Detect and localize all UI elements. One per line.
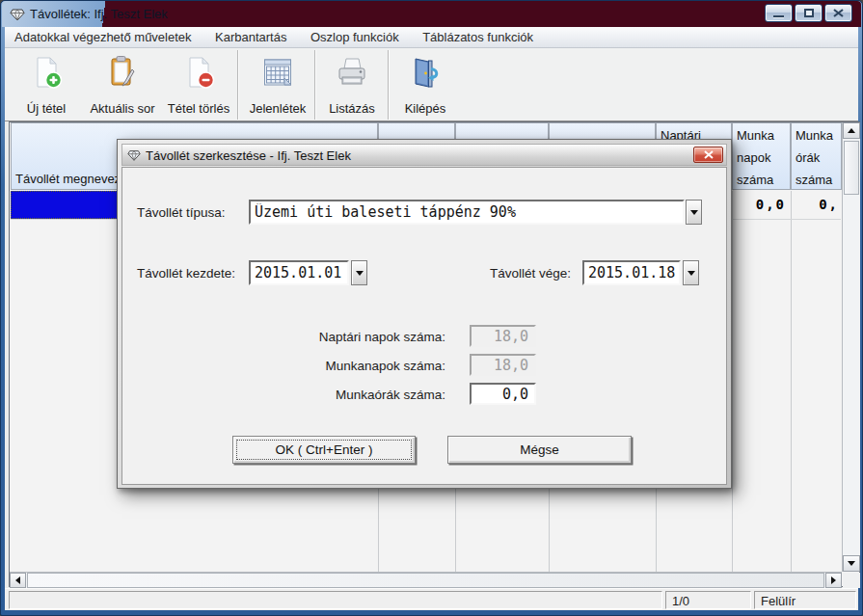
work-days-label: Munkanapok száma: <box>248 359 445 373</box>
status-message-panel <box>9 591 662 609</box>
maximize-icon <box>804 9 814 17</box>
toolbar-button-label: Kilépés <box>405 101 446 116</box>
absence-type-label: Távollét típusa: <box>137 205 226 220</box>
arrow-down-icon <box>848 561 855 566</box>
header-line: órák <box>792 146 841 168</box>
printer-icon <box>335 55 369 90</box>
menu-bar: Adatokkal végezhető műveletek Karbantart… <box>5 27 858 48</box>
close-icon <box>833 9 844 17</box>
cell-work-days[interactable]: 0,0 <box>732 191 786 219</box>
exit-button[interactable]: Kilépés <box>393 52 457 118</box>
close-button[interactable] <box>824 4 852 22</box>
maximize-button[interactable] <box>795 4 823 22</box>
window-titlebar: Távollétek: Ifj. Teszt Elek <box>2 1 861 27</box>
toolbar: Új tétel Aktuális sor Tétel törl <box>5 48 858 121</box>
close-icon <box>704 150 714 159</box>
horizontal-scrollbar[interactable] <box>10 572 842 588</box>
attendance-button[interactable]: Jelenlétek <box>243 52 312 118</box>
menu-item-column-functions[interactable]: Oszlop funkciók <box>301 27 409 48</box>
horizontal-scroll-thumb[interactable] <box>27 573 824 588</box>
exit-door-icon <box>408 55 443 90</box>
application-window: Távollétek: Ifj. Teszt Elek Adatokkal vé… <box>0 0 863 616</box>
new-item-button[interactable]: Új tétel <box>14 52 78 118</box>
chevron-down-icon <box>688 271 695 276</box>
header-line: Munka <box>792 123 841 146</box>
menu-item-data-operations[interactable]: Adatokkal végezhető műveletek <box>5 27 202 48</box>
minimize-icon <box>773 15 784 18</box>
edit-absence-dialog: Távollét szerkesztése - Ifj. Teszt Elek … <box>117 139 732 489</box>
diamond-gem-icon <box>127 148 141 162</box>
absence-end-label: Távollét vége: <box>490 266 571 281</box>
ok-button-label: OK ( Ctrl+Enter ) <box>276 442 373 457</box>
absence-start-label: Távollét kezdete: <box>137 266 235 281</box>
toolbar-separator <box>388 50 389 120</box>
absence-start-dropdown-button[interactable] <box>351 260 367 285</box>
calendar-days-field <box>470 325 536 347</box>
diamond-gem-icon <box>10 7 25 22</box>
absence-end-combo <box>582 260 698 285</box>
cancel-button-label: Mégse <box>520 442 559 457</box>
minimize-button[interactable] <box>765 4 793 22</box>
window-controls <box>765 4 852 22</box>
header-line: száma <box>792 168 841 190</box>
delete-item-button[interactable]: Tétel törlés <box>163 52 234 118</box>
vertical-scrollbar[interactable] <box>842 122 860 572</box>
header-line: Munka <box>733 123 790 146</box>
column-header-work-hours[interactable]: Munka órák száma <box>791 122 842 190</box>
toolbar-button-label: Új tétel <box>27 101 66 116</box>
header-line: száma <box>733 168 790 190</box>
absence-end-input[interactable] <box>582 260 681 285</box>
arrow-left-icon <box>15 576 20 584</box>
work-days-field <box>470 354 536 376</box>
absence-end-dropdown-button[interactable] <box>683 260 699 285</box>
scroll-left-button[interactable] <box>10 573 26 588</box>
calendar-icon <box>260 55 295 90</box>
page-plus-icon <box>29 55 64 90</box>
window-title: Távollétek: Ifj. Teszt Elek <box>30 7 168 21</box>
print-list-button[interactable]: Listázás <box>320 52 384 118</box>
current-row-button[interactable]: Aktuális sor <box>84 52 161 118</box>
toolbar-separator <box>314 50 315 120</box>
menu-item-table-functions[interactable]: Táblázatos funkciók <box>413 27 543 48</box>
toolbar-button-label: Tétel törlés <box>168 101 229 116</box>
absence-type-dropdown-button[interactable] <box>686 200 702 225</box>
header-line: napok <box>733 146 790 168</box>
absence-start-combo <box>249 260 366 285</box>
toolbar-button-label: Jelenlétek <box>250 101 307 116</box>
vertical-scroll-thumb[interactable] <box>844 141 859 195</box>
dialog-titlebar: Távollét szerkesztése - Ifj. Teszt Elek <box>121 144 727 166</box>
toolbar-separator <box>237 50 238 120</box>
scroll-right-button[interactable] <box>825 573 842 588</box>
absence-start-input[interactable] <box>249 260 349 285</box>
absence-type-combo <box>249 200 685 225</box>
dialog-body: Távollét típusa: Távollét kezdete: Távol… <box>121 167 727 485</box>
calendar-days-label: Naptári napok száma: <box>248 330 445 344</box>
work-hours-field[interactable] <box>470 383 536 405</box>
chevron-down-icon <box>690 210 698 215</box>
work-hours-label: Munkaórák száma: <box>248 388 445 402</box>
dialog-title: Távollét szerkesztése - Ifj. Teszt Elek <box>146 148 351 163</box>
input-mode-indicator: Felülír <box>754 591 856 609</box>
chevron-down-icon <box>356 271 364 276</box>
clipboard-edit-icon <box>105 55 140 90</box>
dialog-close-button[interactable] <box>693 147 723 163</box>
gridline <box>732 191 733 572</box>
column-header-work-days[interactable]: Munka napok száma <box>732 122 791 190</box>
absence-type-input[interactable] <box>249 200 685 225</box>
ok-button[interactable]: OK ( Ctrl+Enter ) <box>232 436 416 464</box>
toolbar-button-label: Listázás <box>329 101 375 116</box>
cancel-button[interactable]: Mégse <box>447 436 632 464</box>
menu-item-maintenance[interactable]: Karbantartás <box>205 27 296 48</box>
scroll-down-button[interactable] <box>843 555 860 572</box>
toolbar-button-label: Aktuális sor <box>90 101 154 116</box>
gridline <box>791 191 792 572</box>
record-counter: 1/0 <box>665 591 751 609</box>
page-minus-icon <box>181 55 216 90</box>
scrollbar-corner <box>843 573 860 588</box>
arrow-right-icon <box>831 576 836 584</box>
scroll-up-button[interactable] <box>843 122 860 139</box>
arrow-up-icon <box>848 128 855 133</box>
cell-work-hours[interactable]: 0, <box>791 191 841 219</box>
status-bar: 1/0 Felülír <box>5 588 858 610</box>
